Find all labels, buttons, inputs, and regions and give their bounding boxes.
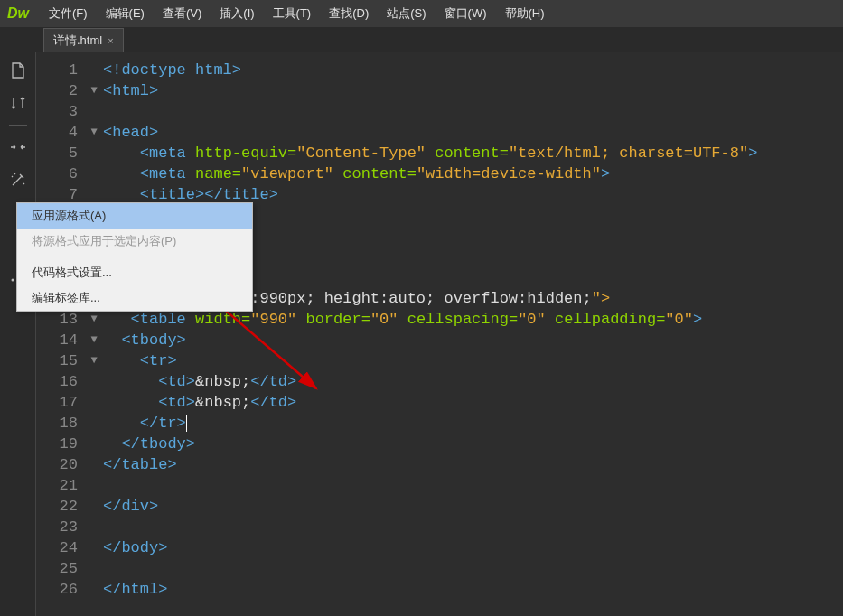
- tab-label: 详情.html: [53, 33, 102, 49]
- fold-icon[interactable]: ▼: [85, 122, 103, 143]
- code-editor[interactable]: 1<!doctype html> 2▼<html> 3 4▼<head> 5 <…: [36, 52, 843, 616]
- line-number: 22: [36, 496, 85, 517]
- menu-window[interactable]: 窗口(W): [436, 5, 496, 22]
- line-number: 24: [36, 537, 85, 558]
- line-number: 15: [36, 350, 85, 371]
- menu-code-format-settings[interactable]: 代码格式设置...: [17, 260, 252, 285]
- separator: [19, 257, 250, 257]
- line-number: 4: [36, 122, 85, 143]
- line-number: 6: [36, 163, 85, 184]
- line-number: 16: [36, 371, 85, 392]
- line-number: 14: [36, 330, 85, 350]
- menubar: Dw 文件(F) 编辑(E) 查看(V) 插入(I) 工具(T) 查找(D) 站…: [0, 0, 843, 27]
- line-number: 26: [36, 579, 85, 600]
- close-icon[interactable]: ×: [108, 35, 113, 46]
- toolbar-sidebar: [0, 52, 36, 616]
- menu-insert[interactable]: 插入(I): [211, 5, 263, 22]
- separator: [9, 125, 27, 126]
- line-number: 18: [36, 413, 85, 434]
- menu-apply-source-format[interactable]: 应用源格式(A): [17, 203, 252, 229]
- menu-edit-tag-library[interactable]: 编辑标签库...: [17, 285, 252, 311]
- line-number: 20: [36, 454, 85, 475]
- swap-icon[interactable]: [7, 92, 29, 114]
- menu-site[interactable]: 站点(S): [378, 5, 435, 22]
- svg-point-0: [11, 279, 14, 282]
- wand-icon[interactable]: [7, 169, 29, 191]
- fold-icon[interactable]: ▼: [85, 309, 103, 330]
- menu-view[interactable]: 查看(V): [154, 5, 211, 22]
- tabbar: 详情.html ×: [0, 27, 843, 52]
- expand-icon[interactable]: [7, 136, 29, 158]
- menu-tools[interactable]: 工具(T): [264, 5, 321, 22]
- line-number: 17: [36, 392, 85, 413]
- line-number: 23: [36, 517, 85, 537]
- line-number: 19: [36, 434, 85, 454]
- fold-icon[interactable]: ▼: [85, 330, 103, 350]
- line-number: 25: [36, 558, 85, 579]
- menu-apply-to-selection: 将源格式应用于选定内容(P): [17, 229, 252, 254]
- line-number: 1: [36, 60, 85, 80]
- menu-find[interactable]: 查找(D): [320, 5, 378, 22]
- menu-help[interactable]: 帮助(H): [496, 5, 554, 22]
- context-menu: 应用源格式(A) 将源格式应用于选定内容(P) 代码格式设置... 编辑标签库.…: [16, 202, 253, 312]
- line-number: 13: [36, 309, 85, 330]
- menu-edit[interactable]: 编辑(E): [97, 5, 154, 22]
- app-logo: Dw: [7, 5, 29, 22]
- file-tab[interactable]: 详情.html ×: [43, 28, 124, 52]
- line-number: 3: [36, 101, 85, 122]
- line-number: 21: [36, 475, 85, 496]
- fold-icon[interactable]: ▼: [85, 80, 103, 101]
- fold-icon[interactable]: ▼: [85, 350, 103, 371]
- line-number: 5: [36, 143, 85, 163]
- file-icon[interactable]: [7, 60, 29, 81]
- line-number: 2: [36, 80, 85, 101]
- menu-file[interactable]: 文件(F): [40, 5, 97, 22]
